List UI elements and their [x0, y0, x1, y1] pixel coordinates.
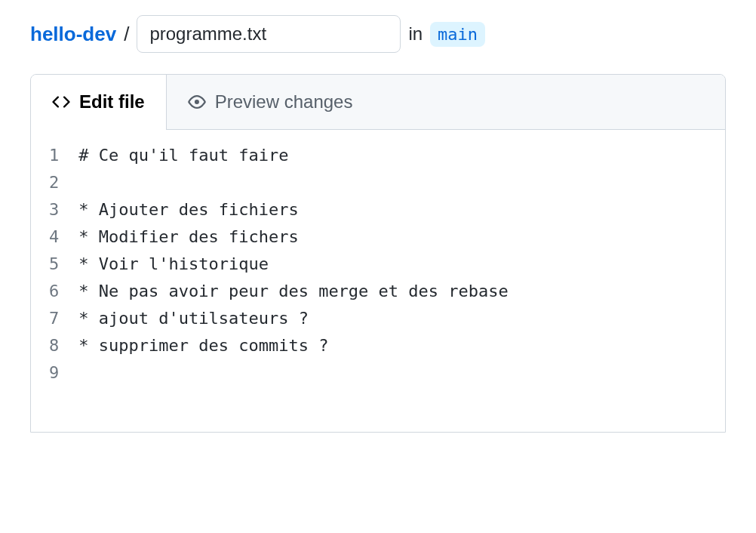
in-label: in	[408, 23, 423, 45]
filename-input[interactable]	[137, 15, 401, 53]
eye-icon	[188, 93, 206, 111]
tab-preview-label: Preview changes	[215, 91, 353, 112]
repo-link[interactable]: hello-dev	[30, 23, 116, 46]
line-number: 1	[49, 142, 59, 169]
line-number: 5	[49, 251, 59, 278]
line-number: 7	[49, 305, 59, 332]
tabs: Edit file Preview changes	[31, 75, 725, 130]
code-line[interactable]: * Modifier des fichers	[78, 223, 725, 251]
tab-edit-label: Edit file	[79, 91, 145, 112]
line-number: 4	[49, 223, 59, 251]
code-line[interactable]: # Ce qu'il faut faire	[78, 142, 725, 169]
line-number: 3	[49, 196, 59, 223]
branch-badge: main	[430, 22, 485, 47]
line-number: 6	[49, 278, 59, 305]
tab-preview-changes[interactable]: Preview changes	[167, 75, 374, 129]
code-line[interactable]	[78, 359, 725, 387]
code-line[interactable]: * Voir l'historique	[78, 251, 725, 278]
code-line[interactable]: * Ajouter des fichiers	[78, 196, 725, 223]
code-editor[interactable]: 123456789 # Ce qu'il faut faire* Ajouter…	[31, 130, 725, 432]
tab-edit-file[interactable]: Edit file	[31, 75, 167, 130]
line-numbers: 123456789	[31, 142, 72, 420]
line-number: 8	[49, 332, 59, 359]
code-line[interactable]	[78, 169, 725, 196]
code-content[interactable]: # Ce qu'il faut faire* Ajouter des fichi…	[72, 142, 725, 420]
code-line[interactable]: * supprimer des commits ?	[78, 332, 725, 359]
code-line[interactable]: * Ne pas avoir peur des merge et des reb…	[78, 278, 725, 305]
line-number: 2	[49, 169, 59, 196]
editor-container: Edit file Preview changes 123456789 # Ce…	[30, 74, 726, 433]
code-icon	[52, 93, 70, 111]
breadcrumb: hello-dev / in main	[30, 15, 726, 53]
line-number: 9	[49, 359, 59, 387]
breadcrumb-separator: /	[124, 23, 129, 46]
code-line[interactable]: * ajout d'utilsateurs ?	[78, 305, 725, 332]
